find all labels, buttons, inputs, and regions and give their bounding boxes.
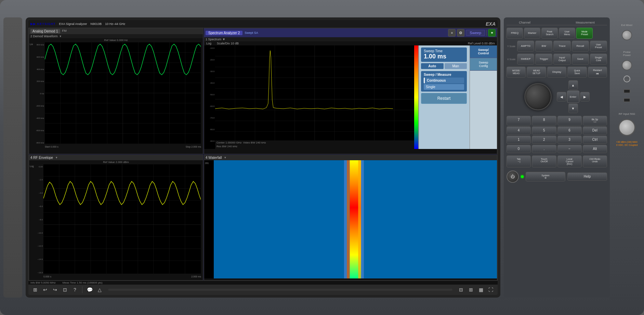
num-9[interactable]: 9 bbox=[557, 116, 582, 125]
save-btn[interactable]: Save bbox=[572, 54, 589, 65]
power-row: ⏻ System⚙ Help bbox=[507, 170, 607, 183]
amptd-btn[interactable]: AMPTD bbox=[517, 41, 534, 52]
sweep-config-btn[interactable]: SweepConfig bbox=[470, 58, 497, 71]
marker-btn[interactable]: Marker bbox=[524, 28, 540, 39]
ext-mixer-label: Ext Mixer bbox=[621, 24, 632, 27]
sweep-right-panel: Sweep/Control SweepConfig bbox=[470, 45, 497, 149]
bksp-btn[interactable]: Bk Sp⌫ bbox=[583, 116, 607, 125]
enter-btn[interactable]: Enter bbox=[567, 91, 579, 103]
spectrum-tab[interactable]: Spectrum Analyzer 2 bbox=[206, 31, 242, 35]
sparkle-button[interactable]: ✦ bbox=[488, 29, 496, 37]
undo-ctrl-btn[interactable]: Ctrl+RedoUndo bbox=[583, 155, 607, 167]
del-btn[interactable]: Del bbox=[583, 126, 607, 135]
tiles-icon[interactable]: ▦ bbox=[477, 286, 485, 294]
tab-btn[interactable]: Tab→| bbox=[507, 155, 531, 167]
trigger-btn[interactable]: Trigger bbox=[535, 54, 552, 65]
select-icon[interactable]: ⊞ bbox=[467, 286, 475, 294]
rf-warning: +30 dBm (1W) MAX0 VDC, DC Coupled bbox=[616, 140, 638, 147]
sweep-time-box: Sweep Time 1.00 ms bbox=[421, 47, 467, 62]
peak-search-btn[interactable]: PeakSearch bbox=[541, 28, 558, 39]
local-cancel-btn[interactable]: LocalCancel(Esc) bbox=[557, 155, 582, 167]
num-6[interactable]: 6 bbox=[557, 126, 582, 135]
help-icon[interactable]: ? bbox=[71, 286, 79, 294]
panel1-tab[interactable]: Analog Demod 1 bbox=[30, 29, 60, 33]
restart-ctrl-btn[interactable]: Restart⏮ bbox=[588, 67, 607, 78]
decimal-btn[interactable]: . bbox=[532, 145, 556, 153]
mode-meas-btn[interactable]: MODE/MEAS bbox=[507, 67, 526, 78]
spectrum-center-label: Center 1.00000 GHz Video BW 240 kHzRes B… bbox=[215, 140, 414, 149]
windows-icon[interactable]: ⊞ bbox=[31, 286, 39, 294]
layout-icon[interactable]: ⊡ bbox=[61, 286, 69, 294]
screen-topbar: ▶▶ KEYSIGHT EXA Signal Analyzer N9010B 1… bbox=[28, 20, 498, 28]
recall-btn[interactable]: Recall bbox=[572, 41, 589, 52]
chat-icon[interactable]: 💬 bbox=[86, 286, 94, 294]
expand-icon[interactable]: ⛶ bbox=[487, 286, 495, 294]
display-btn[interactable]: Display bbox=[547, 67, 566, 78]
grid-icon[interactable]: ⊟ bbox=[457, 286, 465, 294]
system-btn[interactable]: System⚙ bbox=[526, 172, 565, 181]
section-header: Channel Measurement bbox=[507, 20, 607, 25]
trace-btn[interactable]: Trace bbox=[553, 41, 570, 52]
spectrum-subtitle: Swept SA bbox=[245, 31, 258, 35]
num-5[interactable]: 5 bbox=[532, 126, 556, 135]
num-0[interactable]: 0 bbox=[507, 145, 531, 153]
num-7[interactable]: 7 bbox=[507, 116, 531, 125]
redo-icon[interactable]: ↪ bbox=[51, 286, 59, 294]
meas-setup-btn[interactable]: MEASSETUP bbox=[527, 67, 546, 78]
ctrl-btn-key[interactable]: Ctrl bbox=[583, 136, 607, 144]
single-cont-btn[interactable]: Single/Cont bbox=[590, 54, 607, 65]
minus-btn[interactable]: − bbox=[557, 145, 582, 153]
sweep-control-btn[interactable]: Sweep/Control bbox=[470, 45, 497, 58]
bw-btn[interactable]: BW bbox=[535, 41, 552, 52]
nav-left-btn[interactable]: ◀ bbox=[557, 92, 566, 101]
quick-save-btn[interactable]: QuickSave bbox=[567, 67, 587, 78]
num-8[interactable]: 8 bbox=[532, 116, 556, 125]
progress-bar bbox=[108, 289, 452, 291]
touch-btn[interactable]: TouchOn/Off bbox=[532, 155, 556, 167]
nav-up-btn[interactable]: ▲ bbox=[568, 80, 578, 90]
panel3-ref-label: Ref Value 2.000 dBm bbox=[29, 160, 203, 164]
bottom-toolbar: ⊞ ↩ ↪ ⊡ ? 💬 △ ⊟ ⊞ ▦ ⛶ bbox=[28, 285, 498, 295]
y-scale-row: Y Scale AMPTD BW Trace Recall UserPreset bbox=[507, 41, 607, 52]
spectrum-tab-label[interactable]: 1 Spectrum ▼ bbox=[206, 38, 225, 41]
continuous-btn[interactable]: Continuous bbox=[424, 78, 464, 83]
single-btn[interactable]: Single bbox=[424, 84, 464, 90]
user-preset-btn[interactable]: UserPreset bbox=[590, 41, 607, 52]
panel4-dropdown[interactable]: ▼ bbox=[224, 156, 226, 159]
panel3-dropdown[interactable]: ▼ bbox=[55, 156, 58, 159]
sweep-btn[interactable]: SWEEP bbox=[517, 54, 534, 65]
panel3-y-axis: 0.00−2.0−4.0−6.0−8.0−10.0−12.0−14.0−16.0 bbox=[30, 166, 43, 274]
info-bw: Info BW 5.0050 MHz bbox=[30, 281, 56, 284]
nav-right-btn[interactable]: ▶ bbox=[580, 92, 590, 101]
auto-btn[interactable]: Auto bbox=[421, 63, 444, 69]
gear-button[interactable]: ⚙ bbox=[457, 29, 464, 37]
input-output-btn[interactable]: Input/Output bbox=[553, 54, 570, 65]
sweep-time-label: Sweep Time bbox=[424, 49, 464, 53]
alt-btn[interactable]: Alt bbox=[583, 145, 607, 153]
panel1-dropdown-label[interactable]: 2 Demod Waveform bbox=[30, 35, 58, 38]
restart-btn[interactable]: Restart bbox=[421, 93, 467, 104]
num-1[interactable]: 1 bbox=[507, 136, 531, 144]
special-keys-row: Tab→| TouchOn/Off LocalCancel(Esc) Ctrl+… bbox=[507, 155, 607, 167]
freq-btn[interactable]: FREQ bbox=[507, 28, 523, 39]
help-ctrl-btn[interactable]: Help bbox=[567, 173, 607, 181]
spectrum-waveform bbox=[215, 45, 414, 143]
sweep-time-value[interactable]: 1.00 ms bbox=[424, 53, 464, 60]
power-btn[interactable]: ⏻ bbox=[507, 170, 519, 183]
user-menu-btn[interactable]: UserMenu bbox=[559, 28, 575, 39]
man-btn[interactable]: Man bbox=[445, 63, 467, 69]
mode-preset-btn[interactable]: ModePreset bbox=[576, 28, 593, 39]
instrument-body: ▶▶ KEYSIGHT EXA Signal Analyzer N9010B 1… bbox=[0, 0, 644, 315]
undo-icon[interactable]: ↩ bbox=[41, 286, 49, 294]
num-3[interactable]: 3 bbox=[557, 136, 582, 144]
delta-icon[interactable]: △ bbox=[95, 286, 104, 294]
sweep-button[interactable]: Sweep bbox=[466, 30, 485, 36]
main-knob[interactable] bbox=[524, 83, 552, 110]
num-2[interactable]: 2 bbox=[532, 136, 556, 144]
panel1-dropdown-arrow[interactable]: ▼ bbox=[59, 35, 62, 38]
num-4[interactable]: 4 bbox=[507, 126, 531, 135]
spectrum-scale-type: Log bbox=[206, 42, 211, 45]
add-button[interactable]: + bbox=[448, 29, 456, 37]
nav-down-btn[interactable]: ▼ bbox=[568, 104, 578, 113]
nav-cluster: ▲ ◀ Enter ▶ ▼ bbox=[557, 80, 590, 113]
